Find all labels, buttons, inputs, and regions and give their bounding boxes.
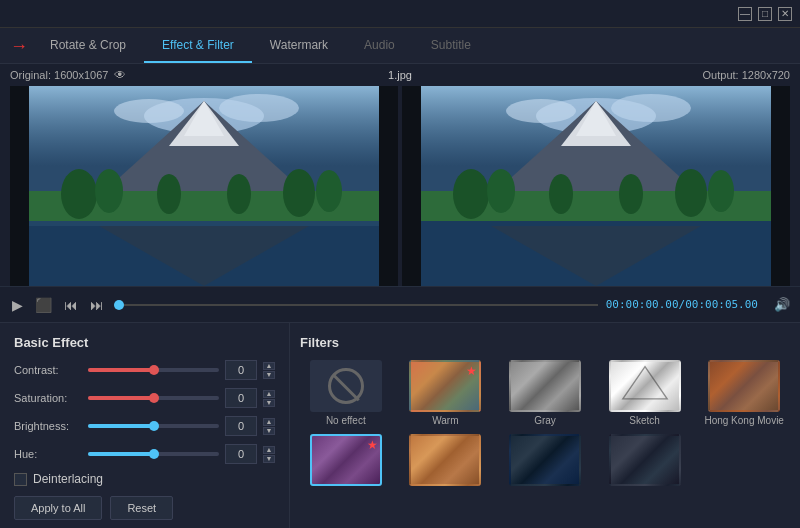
output-label: Output: 1280x720 [703,69,790,81]
filter-dark[interactable] [499,434,591,489]
filter-sketch-thumb [609,360,681,412]
filter-warm-label: Warm [432,415,458,426]
no-effect-circle [328,368,364,404]
filter-dark2[interactable] [599,434,691,489]
filter-warm2-thumb [409,434,481,486]
hue-up[interactable]: ▲ [263,446,275,454]
tab-effect-filter[interactable]: Effect & Filter [144,28,252,63]
brightness-value: 0 [225,416,257,436]
action-buttons: Apply to All Reset [14,496,275,520]
time-display: 00:00:00.00/00:00:05.00 [606,298,758,311]
svg-point-31 [549,174,573,214]
saturation-down[interactable]: ▼ [263,399,275,407]
deinterlace-label: Deinterlacing [33,472,103,486]
brightness-slider[interactable] [88,424,219,428]
filter-warm[interactable]: ★ Warm [400,360,492,426]
stop-button[interactable]: ⬛ [33,295,54,315]
title-bar: — □ ✕ [0,0,800,28]
window-controls[interactable]: — □ ✕ [738,7,792,21]
no-effect-line [332,374,360,402]
output-video [402,86,790,286]
contrast-value: 0 [225,360,257,380]
reset-button[interactable]: Reset [110,496,173,520]
basic-effect-panel: Basic Effect Contrast: 0 ▲ ▼ Saturation:… [0,323,290,528]
filter-no-effect-thumb [310,360,382,412]
hue-down[interactable]: ▼ [263,455,275,463]
tab-watermark[interactable]: Watermark [252,28,346,63]
hue-slider[interactable] [88,452,219,456]
video-container [0,86,800,286]
brightness-spinner[interactable]: ▲ ▼ [263,418,275,435]
deinterlace-checkbox[interactable] [14,473,27,486]
filter-no-effect[interactable]: No effect [300,360,392,426]
preview-header: Original: 1600x1067 👁 1.jpg Output: 1280… [0,64,800,86]
filter-hk-thumb [708,360,780,412]
filter-gray[interactable]: Gray [499,360,591,426]
prev-button[interactable]: ⏮ [62,295,80,315]
svg-point-13 [157,174,181,214]
restore-button[interactable]: □ [758,7,772,21]
warm-star-badge: ★ [466,364,477,378]
filters-title: Filters [300,335,790,350]
svg-point-29 [675,169,707,217]
minimize-button[interactable]: — [738,7,752,21]
tab-bar: → Rotate & Crop Effect & Filter Watermar… [0,28,800,64]
svg-point-21 [506,99,576,123]
original-video-panel [10,86,398,286]
filter-warm2[interactable] [400,434,492,489]
hue-spinner[interactable]: ▲ ▼ [263,446,275,463]
next-button[interactable]: ⏭ [88,295,106,315]
filters-panel: Filters No effect ★ Warm [290,323,800,528]
saturation-value: 0 [225,388,257,408]
contrast-up[interactable]: ▲ [263,362,275,370]
filter-gray-label: Gray [534,415,556,426]
filters-grid: No effect ★ Warm Gray [300,360,790,489]
svg-point-22 [611,94,691,122]
svg-point-28 [487,169,515,213]
brightness-up[interactable]: ▲ [263,418,275,426]
contrast-spinner[interactable]: ▲ ▼ [263,362,275,379]
contrast-row: Contrast: 0 ▲ ▼ [14,360,275,380]
tab-audio[interactable]: Audio [346,28,413,63]
contrast-label: Contrast: [14,364,82,376]
volume-icon[interactable]: 🔊 [774,297,790,312]
bottom-panel: Basic Effect Contrast: 0 ▲ ▼ Saturation:… [0,322,800,528]
filter-hk-movie[interactable]: Hong Kong Movie [698,360,790,426]
saturation-slider[interactable] [88,396,219,400]
apply-all-button[interactable]: Apply to All [14,496,102,520]
filter-warm-thumb: ★ [409,360,481,412]
hue-value: 0 [225,444,257,464]
svg-point-14 [227,174,251,214]
contrast-down[interactable]: ▼ [263,371,275,379]
deinterlace-row: Deinterlacing [14,472,275,486]
filter-purple-thumb: ★ [310,434,382,486]
original-label: Original: 1600x1067 [10,69,108,81]
file-name: 1.jpg [388,69,412,81]
brightness-row: Brightness: 0 ▲ ▼ [14,416,275,436]
filter-dark-thumb [509,434,581,486]
filter-purple[interactable]: ★ [300,434,392,489]
filter-sketch[interactable]: Sketch [599,360,691,426]
saturation-label: Saturation: [14,392,82,404]
brightness-down[interactable]: ▼ [263,427,275,435]
filter-sketch-label: Sketch [629,415,660,426]
svg-point-11 [283,169,315,217]
progress-thumb[interactable] [114,300,124,310]
svg-point-10 [95,169,123,213]
contrast-slider[interactable] [88,368,219,372]
eye-icon[interactable]: 👁 [114,68,126,82]
tab-arrow-indicator: → [10,37,28,55]
svg-point-32 [619,174,643,214]
saturation-spinner[interactable]: ▲ ▼ [263,390,275,407]
tab-subtitle[interactable]: Subtitle [413,28,489,63]
progress-bar[interactable] [114,304,598,306]
original-video [10,86,398,286]
tab-rotate-crop[interactable]: Rotate & Crop [32,28,144,63]
svg-point-3 [114,99,184,123]
close-button[interactable]: ✕ [778,7,792,21]
basic-effect-title: Basic Effect [14,335,275,350]
output-video-panel [402,86,790,286]
play-button[interactable]: ▶ [10,295,25,315]
playback-bar: ▶ ⬛ ⏮ ⏭ 00:00:00.00/00:00:05.00 🔊 [0,286,800,322]
saturation-up[interactable]: ▲ [263,390,275,398]
